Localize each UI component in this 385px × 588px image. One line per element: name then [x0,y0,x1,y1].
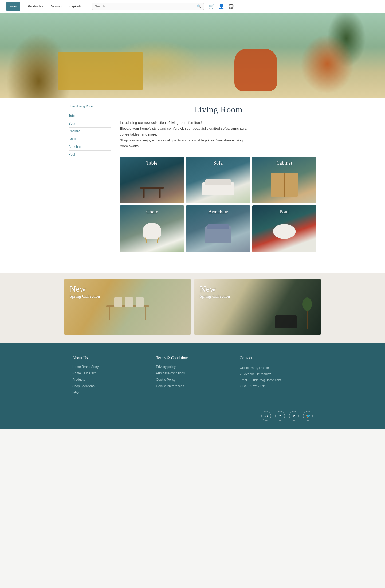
footer-about-title: About Us [72,356,145,360]
footer-email: Email: Furniture@Home.com [240,377,313,383]
category-label-chair: Chair [146,209,158,215]
promo2-sofa [275,315,297,328]
category-card-armchair[interactable]: Armchair [186,205,250,252]
hero-cabinet-decor [58,52,143,90]
nav-links: Products ▾ Rooms ▾ Inspiration [26,3,87,9]
search-bar: 🔍 [92,3,204,10]
footer-about-links: Home Brand Story Home Club Card Products… [72,365,145,394]
hero-banner [0,13,385,98]
promo1-illustration [104,295,152,329]
sidebar-item-cabinet[interactable]: Cabinet [69,128,111,135]
promo-card-1[interactable]: New Spring Collection [64,279,191,335]
logo[interactable]: Home [6,2,20,11]
footer-link-products[interactable]: Products [72,378,145,382]
hero-chair-decor [234,49,277,91]
pouf-body [273,224,296,239]
search-input[interactable] [95,5,197,8]
category-label-table: Table [146,160,158,166]
footer-grid: About Us Home Brand Story Home Club Card… [72,356,313,397]
chair-legs [146,237,158,243]
cart-icon[interactable]: 🛒 [209,3,215,9]
category-card-table[interactable]: Table [120,157,184,203]
chair-seat [143,223,161,239]
category-label-sofa: Sofa [214,160,223,166]
footer-terms: Terms & Conditions Privacy policy Purcha… [156,356,229,397]
user-icon[interactable]: 👤 [218,3,224,9]
promo1-text: New Spring Collection [70,284,100,299]
footer-link-purchase[interactable]: Purchase conditions [156,371,229,375]
content-area: Home/Living Room Table Sofa Cabinet Chai… [0,98,385,343]
promo-section: New Spring Collection New Spring Collect… [0,273,385,343]
page-title: Living Room [120,105,316,114]
promo1-subtitle: Spring Collection [70,294,100,299]
armchair-back [207,224,229,229]
footer-link-cookie-policy[interactable]: Cookie Policy [156,378,229,382]
category-grid: Table Sofa Cabinet [120,157,316,252]
nav-products[interactable]: Products ▾ [26,3,46,9]
footer-link-privacy[interactable]: Privacy policy [156,365,229,369]
category-card-pouf[interactable]: Pouf [252,205,316,252]
breadcrumb: Home/Living Room [69,105,111,108]
category-card-cabinet[interactable]: Cabinet [252,157,316,203]
footer-link-brand-story[interactable]: Home Brand Story [72,365,145,369]
footer-divider [72,406,313,406]
category-label-cabinet: Cabinet [276,160,292,166]
footer-terms-links: Privacy policy Purchase conditions Cooki… [156,365,229,388]
sidebar-item-armchair[interactable]: Armchair [69,143,111,151]
navbar: Home Products ▾ Rooms ▾ Inspiration 🔍 🛒 … [0,0,385,13]
instagram-icon[interactable]: IG [261,411,271,421]
nav-inspiration[interactable]: Inspiration [66,3,87,9]
category-card-sofa[interactable]: Sofa [186,157,250,203]
promo1-new-label: New [70,284,100,294]
sidebar-item-chair[interactable]: Chair [69,135,111,143]
footer: About Us Home Brand Story Home Club Card… [0,343,385,429]
pinterest-icon[interactable]: P [289,411,299,421]
promo2-new-label: New [200,284,230,294]
sidebar-item-table[interactable]: Table [69,112,111,120]
chevron-down-icon: ▾ [61,5,63,8]
footer-contact-title: Contact [240,356,313,360]
footer-link-club-card[interactable]: Home Club Card [72,371,145,375]
content-wrapper: Home/Living Room Table Sofa Cabinet Chai… [64,98,321,273]
facebook-icon[interactable]: f [275,411,285,421]
promo-grid: New Spring Collection New Spring Collect… [64,279,321,335]
table-legs [143,189,161,198]
cabinet-body [271,173,298,197]
footer-about: About Us Home Brand Story Home Club Card… [72,356,145,397]
table-top [140,187,164,189]
chevron-down-icon: ▾ [42,5,44,8]
twitter-icon[interactable]: 🐦 [303,411,313,421]
footer-link-cookie-prefs[interactable]: Cookie Preferences [156,384,229,388]
nav-icons: 🛒 👤 🎧 [209,3,234,9]
promo2-text: New Spring Collection [200,284,230,299]
category-label-armchair: Armchair [209,209,228,215]
main-content: Living Room Introducing our new collecti… [120,105,316,263]
footer-social: IG f P 🐦 [72,411,313,421]
category-label-pouf: Pouf [280,209,289,215]
promo2-subtitle: Spring Collection [200,294,230,299]
intro-text: Introducing our new collection of living… [120,120,316,149]
sidebar-item-sofa[interactable]: Sofa [69,120,111,128]
footer-contact: Contact Office: Paris, France 72 Avenue … [240,356,313,397]
category-card-chair[interactable]: Chair [120,205,184,252]
sidebar: Home/Living Room Table Sofa Cabinet Chai… [69,105,111,263]
promo-card-2[interactable]: New Spring Collection [194,279,321,335]
footer-terms-title: Terms & Conditions [156,356,229,360]
nav-rooms[interactable]: Rooms ▾ [47,3,65,9]
footer-phone: +3 04 03 22 78 31 [240,383,313,390]
footer-link-shop-locations[interactable]: Shop Locations [72,384,145,388]
promo2-plant [302,297,313,329]
footer-office: Office: Paris, France [240,365,313,371]
sidebar-nav: Table Sofa Cabinet Chair Armchair Pouf [69,112,111,158]
footer-contact-info: Office: Paris, France 72 Avenue De Marli… [240,365,313,389]
sofa-back [205,179,231,185]
help-icon[interactable]: 🎧 [228,3,234,9]
sidebar-item-pouf[interactable]: Pouf [69,151,111,158]
footer-link-faq[interactable]: FAQ [72,391,145,394]
footer-address: 72 Avenue De Marlioz [240,371,313,377]
search-icon[interactable]: 🔍 [197,4,201,9]
